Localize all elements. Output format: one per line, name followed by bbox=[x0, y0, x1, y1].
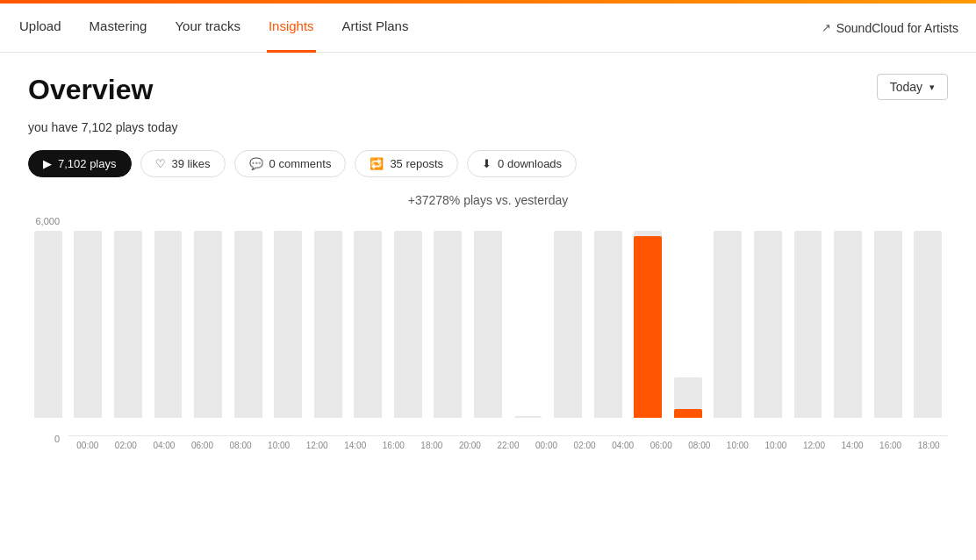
x-label: 16:00 bbox=[375, 441, 413, 450]
chevron-down-icon: ▾ bbox=[929, 82, 935, 93]
overview-header: Overview Today ▾ bbox=[28, 74, 948, 106]
stat-badge-2[interactable]: 💬0 comments bbox=[234, 150, 347, 177]
bar-group-22 bbox=[908, 216, 948, 418]
bar-group-16 bbox=[668, 216, 708, 418]
nav-item-upload[interactable]: Upload bbox=[18, 4, 63, 53]
stat-label-2: 0 comments bbox=[269, 157, 332, 170]
stat-label-3: 35 reposts bbox=[390, 157, 443, 170]
bars-wrapper bbox=[28, 216, 948, 418]
bar-group-21 bbox=[868, 216, 908, 418]
stats-row: ▶7,102 plays♡39 likes💬0 comments🔁35 repo… bbox=[28, 150, 948, 177]
bar-bg-17 bbox=[714, 231, 742, 418]
x-label: 12:00 bbox=[298, 441, 336, 450]
x-label: 00:00 bbox=[68, 441, 107, 450]
bar-group-11 bbox=[468, 216, 508, 418]
stat-badge-1[interactable]: ♡39 likes bbox=[140, 150, 226, 177]
bar-group-7 bbox=[308, 216, 348, 418]
stat-label-4: 0 downloads bbox=[498, 157, 562, 170]
x-label: 16:00 bbox=[872, 441, 910, 450]
bar-group-18 bbox=[748, 216, 788, 418]
soundcloud-artists-link[interactable]: ↗ SoundCloud for Artists bbox=[822, 21, 958, 35]
stat-icon-3: 🔁 bbox=[370, 157, 384, 170]
chart-area: 6,0004,0002,0000 00:0002:0004:0006:0008:… bbox=[28, 216, 948, 470]
navigation: UploadMasteringYour tracksInsightsArtist… bbox=[0, 4, 976, 53]
bar-group-14 bbox=[588, 216, 628, 418]
bar-group-3 bbox=[148, 216, 189, 418]
bar-bg-19 bbox=[794, 231, 822, 418]
bar-bg-1 bbox=[74, 231, 102, 418]
bar-bg-22 bbox=[914, 231, 942, 418]
bar-group-15 bbox=[628, 216, 668, 418]
bar-group-8 bbox=[348, 216, 389, 418]
today-label: Today bbox=[890, 80, 922, 94]
main-content: Overview Today ▾ you have 7,102 plays to… bbox=[0, 53, 976, 492]
external-link-icon: ↗ bbox=[822, 21, 831, 34]
x-label: 10:00 bbox=[719, 441, 757, 450]
plays-subtitle: you have 7,102 plays today bbox=[28, 120, 948, 134]
bar-group-12 bbox=[508, 216, 549, 418]
bar-bg-12 bbox=[514, 416, 542, 418]
bar-orange-15 bbox=[634, 236, 662, 418]
bar-group-19 bbox=[788, 216, 829, 418]
external-link-label: SoundCloud for Artists bbox=[836, 21, 958, 35]
x-label: 10:00 bbox=[260, 441, 298, 450]
bar-bg-18 bbox=[754, 231, 782, 418]
x-label: 18:00 bbox=[413, 441, 451, 450]
x-label: 20:00 bbox=[451, 441, 490, 450]
bar-bg-9 bbox=[394, 231, 422, 418]
stat-icon-0: ▶ bbox=[43, 157, 52, 170]
bar-group-0 bbox=[28, 216, 68, 418]
bar-bg-16 bbox=[674, 377, 702, 418]
x-axis: 00:0002:0004:0006:0008:0010:0012:0014:00… bbox=[68, 435, 948, 450]
bar-orange-16 bbox=[674, 409, 702, 418]
bar-group-9 bbox=[388, 216, 428, 418]
x-label: 02:00 bbox=[107, 441, 146, 450]
bar-bg-8 bbox=[354, 231, 382, 418]
stat-label-1: 39 likes bbox=[172, 157, 211, 170]
overview-title: Overview bbox=[28, 74, 153, 106]
comparison-text: +37278% plays vs. yesterday bbox=[28, 193, 948, 207]
today-button[interactable]: Today ▾ bbox=[877, 74, 948, 100]
x-label: 08:00 bbox=[680, 441, 719, 450]
bar-bg-3 bbox=[154, 231, 183, 418]
x-label: 10:00 bbox=[757, 441, 795, 450]
bar-bg-4 bbox=[194, 231, 222, 418]
bar-bg-14 bbox=[594, 231, 622, 418]
stat-icon-2: 💬 bbox=[249, 157, 263, 170]
nav-item-artist-plans[interactable]: Artist Plans bbox=[341, 4, 411, 53]
x-label: 00:00 bbox=[527, 441, 566, 450]
bar-group-6 bbox=[268, 216, 308, 418]
nav-item-your-tracks[interactable]: Your tracks bbox=[173, 4, 241, 53]
stat-badge-3[interactable]: 🔁35 reposts bbox=[355, 150, 458, 177]
bar-group-13 bbox=[548, 216, 588, 418]
bar-bg-5 bbox=[234, 231, 262, 418]
x-label: 18:00 bbox=[909, 441, 948, 450]
x-label: 04:00 bbox=[604, 441, 642, 450]
stat-icon-4: ⬇ bbox=[482, 157, 492, 170]
bar-bg-15 bbox=[634, 231, 662, 418]
bar-group-10 bbox=[428, 216, 469, 418]
x-label: 02:00 bbox=[565, 441, 604, 450]
x-label: 06:00 bbox=[183, 441, 222, 450]
bar-bg-0 bbox=[34, 231, 62, 418]
x-label: 06:00 bbox=[642, 441, 680, 450]
nav-item-mastering[interactable]: Mastering bbox=[88, 4, 149, 53]
x-label: 08:00 bbox=[221, 441, 260, 450]
bar-bg-10 bbox=[434, 231, 462, 418]
bar-bg-6 bbox=[274, 231, 302, 418]
bar-group-20 bbox=[828, 216, 868, 418]
stat-badge-0[interactable]: ▶7,102 plays bbox=[28, 150, 132, 177]
stat-label-0: 7,102 plays bbox=[58, 157, 117, 170]
bar-group-4 bbox=[188, 216, 228, 418]
x-label: 12:00 bbox=[795, 441, 834, 450]
bar-bg-20 bbox=[834, 231, 862, 418]
bar-bg-2 bbox=[114, 231, 142, 418]
nav-item-insights[interactable]: Insights bbox=[267, 4, 316, 53]
stat-badge-4[interactable]: ⬇0 downloads bbox=[467, 150, 577, 177]
bar-bg-13 bbox=[554, 231, 582, 418]
bar-group-1 bbox=[68, 216, 109, 418]
x-label: 14:00 bbox=[833, 441, 872, 450]
x-label: 14:00 bbox=[336, 441, 375, 450]
x-label: 22:00 bbox=[489, 441, 527, 450]
bar-bg-7 bbox=[314, 231, 342, 418]
